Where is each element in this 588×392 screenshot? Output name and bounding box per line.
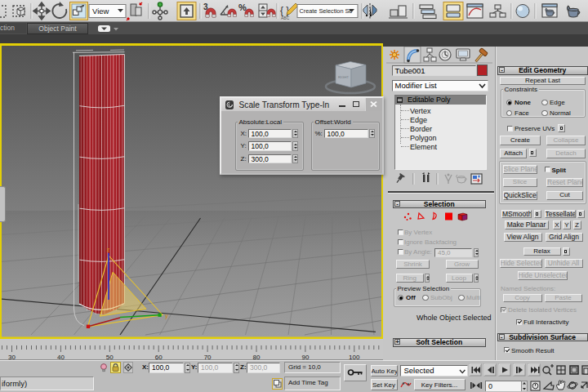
svg-text:50: 50 xyxy=(106,354,114,360)
svg-text:100: 100 xyxy=(349,354,360,360)
svg-text:z: z xyxy=(107,246,110,253)
svg-text:ABC: ABC xyxy=(281,16,290,20)
svg-text:0: 0 xyxy=(488,382,492,390)
svg-text:Create Selection Se: Create Selection Se xyxy=(300,7,353,15)
svg-text:View: View xyxy=(92,7,109,16)
svg-text:40: 40 xyxy=(57,354,65,360)
svg-text:30: 30 xyxy=(8,354,16,360)
svg-text:70: 70 xyxy=(204,354,212,360)
svg-text:RIGHT: RIGHT xyxy=(338,75,349,79)
svg-text:90: 90 xyxy=(301,354,309,360)
svg-text:60: 60 xyxy=(155,354,163,360)
svg-text:80: 80 xyxy=(253,354,261,360)
svg-text:y: y xyxy=(165,312,168,319)
